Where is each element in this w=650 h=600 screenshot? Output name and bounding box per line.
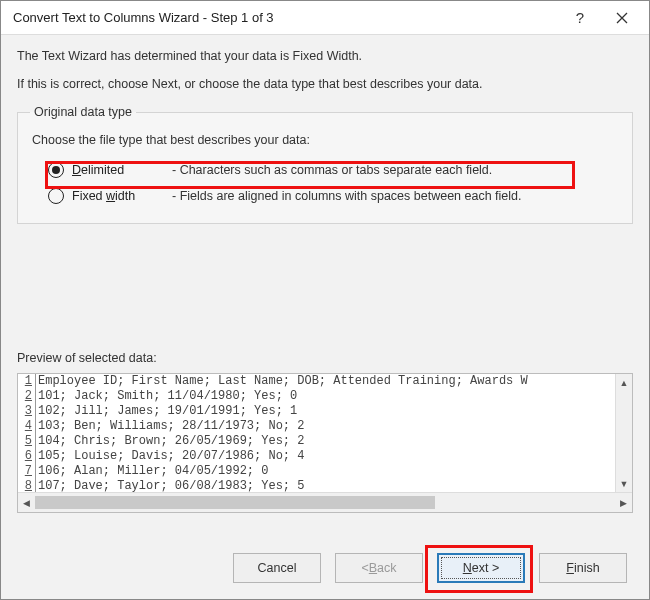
intro-text-2: If this is correct, choose Next, or choo… (17, 77, 633, 91)
scroll-down-icon[interactable]: ▼ (616, 475, 632, 492)
vertical-scrollbar[interactable]: ▲ ▼ (615, 374, 632, 492)
dialog-body: The Text Wizard has determined that your… (1, 35, 649, 234)
preview-label: Preview of selected data: (17, 351, 157, 365)
preview-line: 6105; Louise; Davis; 20/07/1986; No; 4 (18, 449, 632, 464)
preview-line-text: 104; Chris; Brown; 26/05/1969; Yes; 2 (36, 434, 304, 449)
scroll-up-icon[interactable]: ▲ (616, 374, 632, 391)
preview-line-text: Employee ID; First Name; Last Name; DOB;… (36, 374, 528, 389)
preview-line-number: 2 (18, 389, 36, 404)
window-title: Convert Text to Columns Wizard - Step 1 … (13, 10, 559, 25)
original-data-type-group: Original data type Choose the file type … (17, 105, 633, 224)
hscroll-track[interactable] (35, 493, 615, 512)
radio-fixed-desc: - Fields are aligned in columns with spa… (172, 189, 522, 203)
help-button[interactable]: ? (559, 3, 601, 33)
preview-content: 1Employee ID; First Name; Last Name; DOB… (18, 374, 632, 492)
next-button[interactable]: Next > (437, 553, 525, 583)
preview-line: 8107; Dave; Taylor; 06/08/1983; Yes; 5 (18, 479, 632, 492)
hscroll-thumb[interactable] (35, 496, 435, 509)
radio-fixed-label: Fixed width (72, 189, 172, 203)
close-button[interactable] (601, 3, 643, 33)
radio-fixed-row[interactable]: Fixed width - Fields are aligned in colu… (48, 183, 620, 209)
preview-line-number: 8 (18, 479, 36, 492)
preview-line-number: 1 (18, 374, 36, 389)
preview-box: 1Employee ID; First Name; Last Name; DOB… (17, 373, 633, 513)
preview-line-text: 102; Jill; James; 19/01/1991; Yes; 1 (36, 404, 297, 419)
preview-line-number: 6 (18, 449, 36, 464)
preview-line-number: 7 (18, 464, 36, 479)
button-row: Cancel < Back Next > Finish (233, 553, 627, 583)
preview-line-text: 101; Jack; Smith; 11/04/1980; Yes; 0 (36, 389, 297, 404)
finish-button[interactable]: Finish (539, 553, 627, 583)
group-legend: Original data type (30, 105, 136, 119)
preview-line: 2101; Jack; Smith; 11/04/1980; Yes; 0 (18, 389, 632, 404)
preview-line-text: 107; Dave; Taylor; 06/08/1983; Yes; 5 (36, 479, 304, 492)
preview-line: 5104; Chris; Brown; 26/05/1969; Yes; 2 (18, 434, 632, 449)
scroll-left-icon[interactable]: ◀ (18, 493, 35, 512)
scroll-right-icon[interactable]: ▶ (615, 493, 632, 512)
cancel-button[interactable]: Cancel (233, 553, 321, 583)
preview-line-text: 106; Alan; Miller; 04/05/1992; 0 (36, 464, 268, 479)
preview-line-text: 105; Louise; Davis; 20/07/1986; No; 4 (36, 449, 304, 464)
preview-line: 3102; Jill; James; 19/01/1991; Yes; 1 (18, 404, 632, 419)
radio-delimited[interactable] (48, 162, 64, 178)
intro-text-1: The Text Wizard has determined that your… (17, 49, 633, 63)
preview-line: 1Employee ID; First Name; Last Name; DOB… (18, 374, 632, 389)
radio-delimited-desc: - Characters such as commas or tabs sepa… (172, 163, 492, 177)
horizontal-scrollbar[interactable]: ◀ ▶ (18, 492, 632, 512)
preview-line-number: 4 (18, 419, 36, 434)
preview-line: 7106; Alan; Miller; 04/05/1992; 0 (18, 464, 632, 479)
back-button[interactable]: < Back (335, 553, 423, 583)
preview-line-text: 103; Ben; Williams; 28/11/1973; No; 2 (36, 419, 304, 434)
title-bar: Convert Text to Columns Wizard - Step 1 … (1, 1, 649, 35)
close-icon (616, 12, 628, 24)
preview-line-number: 5 (18, 434, 36, 449)
choose-label: Choose the file type that best describes… (32, 133, 620, 147)
preview-line: 4103; Ben; Williams; 28/11/1973; No; 2 (18, 419, 632, 434)
radio-fixed-width[interactable] (48, 188, 64, 204)
radio-delimited-row[interactable]: Delimited - Characters such as commas or… (48, 157, 620, 183)
radio-delimited-label: Delimited (72, 163, 172, 177)
preview-line-number: 3 (18, 404, 36, 419)
wizard-window: Convert Text to Columns Wizard - Step 1 … (0, 0, 650, 600)
